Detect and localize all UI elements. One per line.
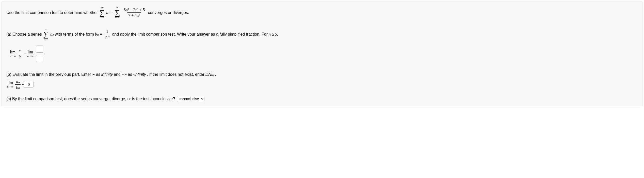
part-a-text: (a) Choose a series ∞ ∑ n=5 bₙ with term… xyxy=(6,28,638,40)
equals-a: = xyxy=(24,52,26,56)
infinity-symbol: ∞ xyxy=(92,71,95,78)
part-c-row: (c) By the limit comparison test, does t… xyxy=(6,96,638,102)
limit-value-input[interactable] xyxy=(24,81,34,88)
intro-after: converges or diverges. xyxy=(148,9,189,16)
intro-before: Use the limit comparison test to determi… xyxy=(6,9,98,16)
b-and: and xyxy=(114,71,121,78)
lim-sub-2: n→∞ xyxy=(27,54,33,57)
one-over-np: 1 nᵖ xyxy=(104,29,110,39)
sigma-icon-2: ∑ xyxy=(115,9,120,16)
b-n: bₙ xyxy=(50,31,54,38)
bn-bot-b: bₙ xyxy=(15,84,21,90)
intro-fraction: 6n³ − 2n² + 5 7 + 4n⁴ xyxy=(123,7,146,18)
lim-sub-b: n→∞ xyxy=(7,85,13,88)
sum-bot-a: n=5 xyxy=(44,38,48,40)
neg-infinity-word: -infinity xyxy=(133,71,146,78)
sigma-icon-a: ∑ xyxy=(43,31,49,38)
lim-b: lim n→∞ xyxy=(7,81,13,88)
sum-bn: ∞ ∑ n=5 xyxy=(43,28,49,40)
lim-sub: n→∞ xyxy=(10,54,16,57)
infinity-word: infinity xyxy=(101,71,113,78)
fraction-bar xyxy=(35,54,44,54)
b-before: (b) Evaluate the limit in the previous p… xyxy=(6,71,91,78)
bn-bot: bₙ xyxy=(18,54,23,59)
frac-den: 7 + 4n⁴ xyxy=(127,12,141,18)
lim-word: lim xyxy=(10,50,15,54)
b-after1: . If the limit does not exist, enter xyxy=(147,71,204,78)
sum-bot-2: n=5 xyxy=(115,16,120,19)
part-b-text: (b) Evaluate the limit in the previous p… xyxy=(6,71,638,78)
part-a-mid1: with terms of the form xyxy=(55,31,94,38)
n-geq-5: n ≥ 5, xyxy=(269,31,278,38)
bn-eq: bₙ = xyxy=(95,31,102,38)
an-over-bn: aₙ bₙ xyxy=(18,49,23,59)
denominator-input[interactable] xyxy=(36,55,43,62)
part-a-before: (a) Choose a series xyxy=(6,31,42,38)
b-as2: as xyxy=(128,71,132,78)
part-c-text: (c) By the limit comparison test, does t… xyxy=(6,97,175,101)
fraction-input xyxy=(35,46,44,62)
sum-frac: ∞ ∑ n=5 xyxy=(115,6,120,19)
lim-2: lim n→∞ xyxy=(27,50,33,57)
frac-num: 6n³ − 2n² + 5 xyxy=(123,7,146,12)
frac-one: 1 xyxy=(105,29,109,34)
problem-panel: Use the limit comparison test to determi… xyxy=(2,2,642,106)
frac-np: nᵖ xyxy=(104,34,110,39)
numerator-input[interactable] xyxy=(36,46,43,53)
intro-row: Use the limit comparison test to determi… xyxy=(6,6,638,19)
an-over-bn-b: aₙ bₙ xyxy=(15,79,21,90)
lim-word-2: lim xyxy=(28,50,33,54)
sum-bot: n=5 xyxy=(100,16,104,19)
b-period: . xyxy=(215,71,216,78)
an-top-b: aₙ xyxy=(15,79,21,84)
conclusion-select[interactable]: Converges Diverges Inconclusive xyxy=(177,96,204,102)
lim-word-b: lim xyxy=(8,81,13,85)
b-as1: as xyxy=(96,71,100,78)
part-b-equation: lim n→∞ aₙ bₙ = xyxy=(6,79,638,90)
sigma-icon: ∑ xyxy=(99,9,105,16)
an-top: aₙ xyxy=(18,49,23,54)
a-n: aₙ xyxy=(106,9,110,16)
equals-1: = xyxy=(111,9,113,16)
part-a-mid2: and apply the limit comparison test. Wri… xyxy=(112,31,268,38)
neg-infinity-symbol: −∞ xyxy=(122,71,127,78)
dne-word: DNE xyxy=(205,71,214,78)
lim-1: lim n→∞ xyxy=(10,50,16,57)
sum-an: ∞ ∑ n=5 xyxy=(99,6,105,19)
equals-b: = xyxy=(22,82,24,87)
part-a-equation: lim n→∞ aₙ bₙ = lim n→∞ xyxy=(9,46,638,62)
